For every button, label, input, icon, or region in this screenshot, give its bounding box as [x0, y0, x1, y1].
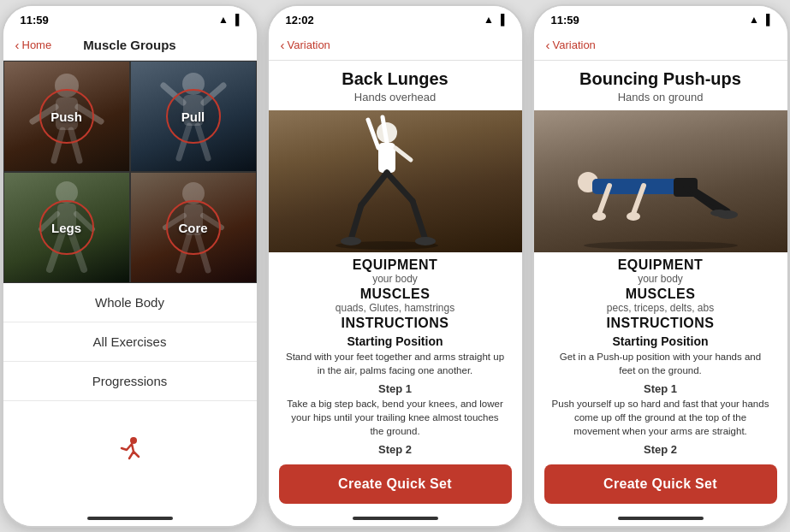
start-pos-label-3: Starting Position — [548, 334, 774, 348]
muscles-label-3: MUSCLES — [548, 287, 774, 302]
muscles-value-2: quads, Glutes, hamstrings — [282, 302, 508, 314]
equipment-label-2: EQUIPMENT — [282, 257, 508, 273]
exercise-image-2 — [269, 110, 522, 252]
status-icons-2: ▲ ▐ — [484, 14, 504, 26]
back-button-3[interactable]: ‹ Variation — [546, 38, 596, 52]
exercise-subtitle-3: Hands on ground — [534, 91, 787, 110]
create-btn-bar-2: Create Quick Set — [269, 458, 522, 511]
time-2: 12:02 — [286, 14, 314, 27]
battery-icon-2: ▐ — [497, 14, 505, 26]
svg-point-36 — [341, 237, 361, 245]
instructions-label-3: INSTRUCTIONS — [548, 316, 774, 331]
phone-footer — [3, 401, 257, 511]
pull-label: Pull — [181, 109, 205, 124]
wifi-icon-2: ▲ — [484, 14, 494, 26]
core-circle: Core — [166, 200, 221, 255]
phone-3: 11:59 ▲ ▐ ‹ Variation Bouncing Push-ups … — [532, 4, 789, 528]
start-pos-text-3: Get in a Push-up position with your hand… — [548, 348, 774, 379]
pushup-svg — [541, 110, 781, 252]
menu-progressions[interactable]: Progressions — [3, 362, 257, 401]
equipment-label-3: EQUIPMENT — [548, 257, 774, 273]
create-quick-set-button-3[interactable]: Create Quick Set — [544, 464, 777, 504]
back-label-2: Variation — [288, 38, 330, 51]
instructions-label-2: INSTRUCTIONS — [282, 316, 508, 331]
back-button-1[interactable]: ‹ Home — [15, 38, 52, 52]
battery-icon-3: ▐ — [763, 14, 770, 26]
back-label-3: Variation — [553, 38, 596, 51]
svg-point-45 — [627, 212, 640, 221]
muscle-cell-pull[interactable]: Pull — [130, 61, 257, 172]
svg-point-49 — [710, 210, 728, 216]
svg-point-37 — [415, 237, 436, 245]
menu-all-exercises[interactable]: All Exercises — [3, 322, 257, 362]
muscle-cell-legs[interactable]: Legs — [3, 172, 130, 283]
status-bar-3: 11:59 ▲ ▐ — [534, 6, 787, 30]
svg-rect-28 — [378, 143, 395, 173]
lunge-svg — [276, 110, 515, 252]
back-label-1: Home — [22, 38, 52, 51]
step1-text-3: Push yourself up so hard and fast that y… — [548, 395, 774, 440]
core-label: Core — [178, 221, 207, 235]
home-bar-3 — [534, 511, 787, 526]
phone-2: 12:02 ▲ ▐ ‹ Variation Back Lunges Hands … — [267, 4, 524, 528]
runner-svg — [115, 434, 146, 465]
chevron-left-icon: ‹ — [15, 38, 20, 52]
time-1: 11:59 — [21, 14, 49, 27]
chevron-left-icon-3: ‹ — [546, 38, 550, 52]
home-indicator-1 — [87, 517, 173, 520]
legs-label: Legs — [51, 221, 81, 235]
menu-whole-body[interactable]: Whole Body — [3, 283, 257, 322]
exercise-title-3: Bouncing Push-ups — [534, 61, 787, 91]
equipment-section-2: EQUIPMENT your body MUSCLES quads, Glute… — [269, 252, 522, 458]
battery-icon: ▐ — [232, 14, 240, 26]
phone-1: 11:59 ▲ ▐ ‹ Home Muscle Groups — [2, 4, 258, 528]
home-bar-1 — [3, 511, 257, 526]
home-indicator-3 — [618, 517, 704, 520]
step1-label-2: Step 1 — [282, 382, 508, 395]
step2-label-2: Step 2 — [282, 443, 508, 456]
equipment-value-3: your body — [548, 273, 774, 285]
pull-circle: Pull — [166, 89, 221, 144]
exercise-detail-2[interactable]: Back Lunges Hands overhead — [269, 61, 522, 458]
status-icons-3: ▲ ▐ — [749, 14, 769, 26]
nav-bar-3: ‹ Variation — [534, 30, 787, 61]
step1-text-2: Take a big step back, bend your knees, a… — [282, 395, 508, 440]
nav-title-1: Muscle Groups — [83, 38, 175, 52]
legs-circle: Legs — [39, 200, 94, 255]
muscle-cell-core[interactable]: Core — [130, 172, 257, 283]
push-label: Push — [50, 109, 82, 124]
app-logo-icon — [115, 434, 146, 471]
equipment-value-2: your body — [282, 273, 508, 285]
svg-point-38 — [584, 241, 738, 250]
home-bar-2 — [269, 511, 522, 526]
status-bar-1: 11:59 ▲ ▐ — [3, 6, 257, 30]
back-button-2[interactable]: ‹ Variation — [281, 38, 330, 52]
exercise-title-2: Back Lunges — [269, 61, 522, 91]
exercise-detail-3[interactable]: Bouncing Push-ups Hands on ground — [534, 61, 787, 458]
nav-bar-1: ‹ Home Muscle Groups — [3, 30, 257, 61]
muscle-cell-push[interactable]: Push — [3, 61, 130, 172]
menu-list: Whole Body All Exercises Progressions — [3, 283, 257, 401]
create-quick-set-button-2[interactable]: Create Quick Set — [279, 464, 512, 504]
status-bar-2: 12:02 ▲ ▐ — [269, 6, 522, 30]
svg-point-24 — [130, 437, 137, 444]
home-indicator-2 — [353, 517, 438, 520]
exercise-subtitle-2: Hands overhead — [269, 91, 522, 110]
step1-label-3: Step 1 — [548, 382, 774, 395]
muscles-value-3: pecs, triceps, delts, abs — [548, 302, 774, 314]
wifi-icon: ▲ — [218, 14, 229, 26]
time-3: 11:59 — [551, 14, 579, 27]
muscles-label-2: MUSCLES — [282, 287, 508, 302]
create-btn-bar-3: Create Quick Set — [534, 458, 787, 511]
chevron-left-icon-2: ‹ — [281, 38, 285, 52]
muscle-grid: Push Pull — [3, 61, 257, 283]
wifi-icon-3: ▲ — [749, 14, 759, 26]
step2-label-3: Step 2 — [548, 443, 774, 456]
equipment-section-3: EQUIPMENT your body MUSCLES pecs, tricep… — [534, 252, 787, 458]
nav-bar-2: ‹ Variation — [269, 30, 522, 61]
status-icons-1: ▲ ▐ — [218, 14, 239, 26]
start-pos-text-2: Stand with your feet together and arms s… — [282, 348, 508, 379]
start-pos-label-2: Starting Position — [282, 334, 508, 348]
exercise-image-3 — [534, 110, 787, 252]
svg-point-44 — [592, 212, 606, 221]
